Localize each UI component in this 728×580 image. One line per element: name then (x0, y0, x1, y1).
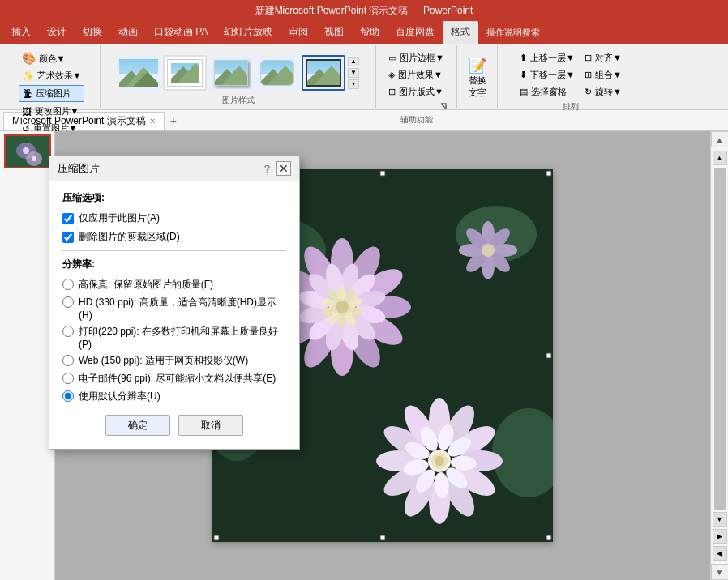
art-effect-button[interactable]: ✨ 艺术效果▼ (19, 68, 85, 83)
radio-default-label[interactable]: 使用默认分辨率(U) (79, 390, 161, 403)
radio-default-input[interactable] (62, 390, 74, 402)
tab-pocket-anim[interactable]: 口袋动画 PA (146, 21, 216, 44)
selection-pane-icon: ▤ (520, 87, 528, 97)
change-pic-icon: 🖼 (22, 106, 32, 117)
tab-row: Microsoft PowerPoint 演示文稿 ✕ + (0, 110, 728, 131)
dialog-controls: ? ✕ (264, 161, 291, 176)
radio-web: Web (150 ppi): 适用于网页和投影仪(W) (62, 354, 286, 368)
picture-border-button[interactable]: ▭ 图片边框▼ (385, 50, 448, 66)
style-thumb-1[interactable] (117, 55, 161, 91)
new-tab-button[interactable]: + (165, 112, 182, 130)
radio-print-label[interactable]: 打印(220 ppi): 在多数打印机和屏幕上质量良好(P) (79, 325, 286, 350)
bring-forward-icon: ⬆ (520, 53, 527, 63)
styles-group-label: 图片样式 (222, 93, 255, 106)
radio-hq-label[interactable]: 高保真: 保留原始图片的质量(F) (79, 278, 213, 292)
radio-hd-input[interactable] (62, 296, 74, 308)
radio-email: 电子邮件(96 ppi): 尽可能缩小文档以便共享(E) (62, 372, 286, 386)
bring-forward-button[interactable]: ⬆ 上移一层▼ (516, 50, 578, 66)
color-button[interactable]: 🎨 颜色▼ (19, 50, 85, 66)
delete-crop-checkbox[interactable] (62, 232, 74, 243)
ribbon-group-styles: ▲ ▼ ▾ 图片样式 (101, 45, 376, 108)
ribbon-tabs: 插入 设计 切换 动画 口袋动画 PA 幻灯片放映 审阅 视图 帮助 百度网盘 … (0, 21, 728, 44)
tab-help[interactable]: 帮助 (352, 21, 388, 44)
main-area: ▲ ▲ ▼ ▶ ◀ ▼ 压缩图片 ? ✕ 压缩选项: 仅应用于此图片( (0, 131, 728, 580)
style-scroll-more[interactable]: ▾ (348, 79, 359, 89)
tab-review[interactable]: 审阅 (280, 21, 316, 44)
ribbon-group-arrange: ⬆ 上移一层▼ ⬇ 下移一层▼ ▤ 选择窗格 ⊟ 对齐▼ (498, 45, 644, 108)
style-thumb-5[interactable] (302, 55, 345, 91)
rotate-icon: ↻ (585, 87, 592, 97)
dialog-divider (62, 250, 286, 251)
align-icon: ⊟ (585, 53, 592, 63)
radio-print: 打印(220 ppi): 在多数打印机和屏幕上质量良好(P) (62, 325, 286, 350)
radio-hq-input[interactable] (62, 279, 74, 290)
compress-button[interactable]: 🗜 压缩图片 (19, 85, 85, 102)
style-scroll-down[interactable]: ▼ (348, 68, 359, 78)
title-bar: 新建Microsoft PowerPoint 演示文稿 — PowerPoint (0, 0, 728, 21)
radio-default: 使用默认分辨率(U) (62, 390, 286, 403)
layout-icon: ⊞ (388, 87, 396, 97)
tab-transition[interactable]: 切换 (75, 21, 110, 44)
replace-text-icon: 📝 (469, 57, 486, 75)
window-title: 新建Microsoft PowerPoint 演示文稿 — PowerPoint (255, 5, 473, 16)
effect-icon: ◈ (388, 70, 395, 80)
change-picture-button[interactable]: 🖼 更改图片▼ (19, 104, 85, 119)
radio-hq: 高保真: 保留原始图片的质量(F) (62, 278, 286, 292)
dialog-help-button[interactable]: ? (264, 163, 270, 175)
radio-email-label[interactable]: 电子邮件(96 ppi): 尽可能缩小文档以便共享(E) (79, 372, 276, 386)
tab-slideshow[interactable]: 幻灯片放映 (216, 21, 280, 44)
border-icon: ▭ (388, 53, 396, 63)
radio-web-label[interactable]: Web (150 ppi): 适用于网页和投影仪(W) (79, 354, 248, 368)
tab-baidu[interactable]: 百度网盘 (388, 21, 443, 44)
aux-group-label: 辅助功能 (400, 113, 433, 126)
cancel-button[interactable]: 取消 (178, 415, 243, 436)
aux-expand-icon[interactable] (439, 101, 448, 113)
dialog-body: 压缩选项: 仅应用于此图片(A) 删除图片的剪裁区域(D) 分辨率: 高保真: … (49, 181, 299, 449)
ribbon-group-aux: ▭ 图片边框▼ ◈ 图片效果▼ ⊞ 图片版式▼ 辅助功能 (376, 45, 457, 108)
radio-hd-label[interactable]: HD (330 ppi): 高质量，适合高清晰度(HD)显示(H) (79, 296, 286, 321)
operation-search[interactable]: 操作说明搜索 (486, 21, 540, 44)
radio-print-input[interactable] (62, 326, 74, 337)
radio-email-input[interactable] (62, 373, 74, 384)
align-button[interactable]: ⊟ 对齐▼ (581, 50, 625, 66)
style-thumb-3[interactable] (209, 55, 253, 91)
style-scroll-up[interactable]: ▲ (348, 57, 359, 66)
apply-to-picture-label[interactable]: 仅应用于此图片(A) (79, 211, 160, 225)
doc-tab-close[interactable]: ✕ (149, 117, 156, 126)
dialog-close-button[interactable]: ✕ (276, 161, 291, 176)
ribbon-group-adjust: 🎨 颜色▼ ✨ 艺术效果▼ 🗜 压缩图片 🖼 更改图片▼ ↺ 重置图片 (3, 45, 101, 108)
selection-pane-button[interactable]: ▤ 选择窗格 (516, 84, 578, 100)
radio-hd: HD (330 ppi): 高质量，适合高清晰度(HD)显示(H) (62, 296, 286, 321)
compress-icon: 🗜 (23, 88, 32, 100)
tab-design[interactable]: 设计 (39, 21, 75, 44)
style-thumb-4[interactable] (255, 55, 299, 91)
ribbon: 🎨 颜色▼ ✨ 艺术效果▼ 🗜 压缩图片 🖼 更改图片▼ ↺ 重置图片 (0, 44, 728, 110)
color-icon: 🎨 (22, 52, 36, 65)
rotate-button[interactable]: ↻ 旋转▼ (581, 84, 625, 100)
group-button[interactable]: ⊞ 组合▼ (581, 67, 625, 83)
ok-button[interactable]: 确定 (105, 415, 170, 436)
tab-view[interactable]: 视图 (316, 21, 352, 44)
svg-line-0 (441, 104, 446, 109)
picture-layout-button[interactable]: ⊞ 图片版式▼ (385, 84, 448, 100)
compress-dialog: 压缩图片 ? ✕ 压缩选项: 仅应用于此图片(A) 删除图片的剪裁区域(D) 分… (49, 156, 300, 450)
group-icon: ⊞ (585, 70, 592, 80)
dialog-footer: 确定 取消 (62, 415, 286, 439)
tab-animation[interactable]: 动画 (110, 21, 146, 44)
arrange-group-label: 排列 (563, 100, 579, 113)
radio-web-input[interactable] (62, 355, 74, 366)
send-backward-button[interactable]: ⬇ 下移一层▼ (516, 67, 578, 83)
picture-effect-button[interactable]: ◈ 图片效果▼ (385, 67, 448, 83)
art-effect-icon: ✨ (22, 70, 34, 82)
delete-crop-label[interactable]: 删除图片的剪裁区域(D) (79, 230, 180, 244)
checkbox-row-1: 仅应用于此图片(A) (62, 211, 286, 225)
dialog-overlay: 压缩图片 ? ✕ 压缩选项: 仅应用于此图片(A) 删除图片的剪裁区域(D) 分… (0, 131, 728, 580)
send-backward-icon: ⬇ (520, 70, 527, 80)
apply-to-picture-checkbox[interactable] (62, 213, 74, 224)
dialog-title: 压缩图片 (58, 161, 100, 176)
style-thumb-2[interactable] (163, 55, 207, 91)
tab-insert[interactable]: 插入 (3, 21, 39, 44)
ribbon-group-replace: 📝 替换 文字 (457, 45, 498, 108)
replace-text-button[interactable]: 📝 替换 文字 (463, 55, 492, 100)
tab-format[interactable]: 格式 (443, 21, 478, 44)
